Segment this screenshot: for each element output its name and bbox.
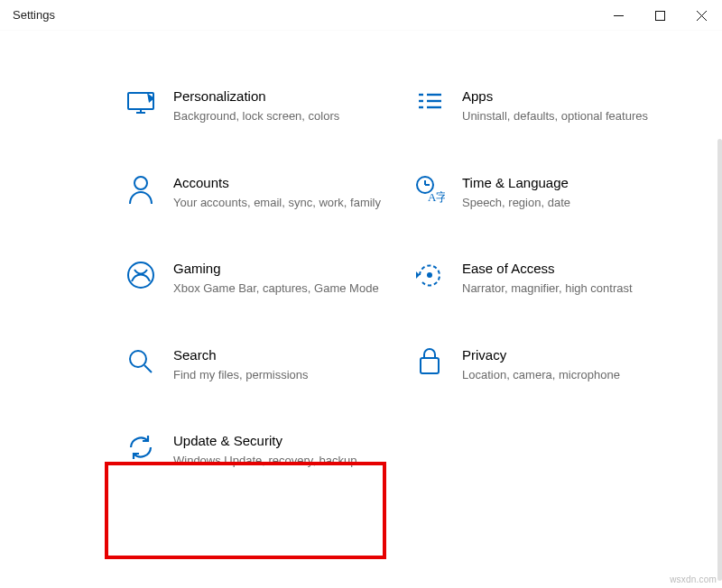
content-area: Personalization Background, lock screen,… [0, 31, 722, 588]
item-title: Gaming [173, 261, 379, 277]
svg-point-21 [130, 351, 146, 367]
svg-point-20 [427, 272, 432, 278]
item-title: Accounts [173, 175, 381, 191]
settings-item-time-language[interactable]: A字 Time & Language Speech, region, date [408, 168, 679, 216]
item-title: Search [173, 347, 309, 363]
close-button[interactable] [680, 0, 722, 31]
item-title: Update & Security [173, 433, 357, 449]
settings-item-update-security[interactable]: Update & Security Windows Update, recove… [119, 426, 390, 474]
item-desc: Find my files, permissions [173, 367, 309, 383]
svg-marker-19 [416, 271, 420, 279]
window-title: Settings [13, 8, 55, 22]
item-desc: Uninstall, defaults, optional features [462, 108, 648, 124]
item-title: Ease of Access [462, 261, 633, 277]
settings-item-personalization[interactable]: Personalization Background, lock screen,… [119, 81, 390, 130]
settings-item-search[interactable]: Search Find my files, permissions [119, 340, 390, 389]
item-desc: Xbox Game Bar, captures, Game Mode [173, 280, 379, 297]
apps-icon [413, 87, 446, 119]
item-desc: Background, lock screen, colors [173, 108, 339, 124]
watermark: wsxdn.com [670, 574, 717, 584]
settings-item-gaming[interactable]: Gaming Xbox Game Bar, captures, Game Mod… [119, 253, 390, 302]
maximize-button[interactable] [639, 0, 680, 31]
item-desc: Windows Update, recovery, backup [173, 453, 357, 469]
settings-item-apps[interactable]: Apps Uninstall, defaults, optional featu… [408, 81, 679, 130]
settings-item-accounts[interactable]: Accounts Your accounts, email, sync, wor… [119, 168, 390, 216]
search-icon [125, 345, 157, 378]
svg-point-13 [134, 177, 147, 189]
item-desc: Speech, region, date [462, 195, 570, 211]
item-title: Personalization [173, 88, 339, 105]
item-desc: Your accounts, email, sync, work, family [173, 195, 381, 211]
time-language-icon: A字 [413, 173, 446, 206]
settings-grid: Personalization Background, lock screen,… [119, 81, 679, 474]
accounts-icon [125, 173, 157, 206]
personalization-icon [125, 87, 157, 119]
item-title: Privacy [462, 347, 620, 363]
window-controls [597, 0, 722, 30]
item-desc: Location, camera, microphone [462, 367, 620, 383]
svg-rect-23 [421, 358, 439, 373]
item-title: Apps [462, 88, 648, 105]
item-desc: Narrator, magnifier, high contrast [462, 280, 633, 297]
scrollbar[interactable] [717, 139, 722, 581]
ease-of-access-icon [413, 259, 446, 291]
minimize-button[interactable] [597, 0, 639, 31]
svg-text:A字: A字 [428, 190, 445, 204]
minimize-icon [614, 11, 624, 21]
svg-line-22 [144, 365, 152, 372]
item-title: Time & Language [462, 175, 570, 191]
update-security-icon [125, 431, 157, 464]
privacy-icon [413, 345, 446, 378]
highlight-box [105, 462, 386, 559]
settings-item-privacy[interactable]: Privacy Location, camera, microphone [408, 340, 679, 389]
gaming-icon [125, 259, 157, 291]
maximize-icon [655, 11, 665, 21]
svg-rect-1 [655, 11, 664, 20]
close-icon [697, 11, 707, 21]
titlebar: Settings [0, 0, 722, 31]
settings-item-ease-of-access[interactable]: Ease of Access Narrator, magnifier, high… [408, 253, 679, 302]
